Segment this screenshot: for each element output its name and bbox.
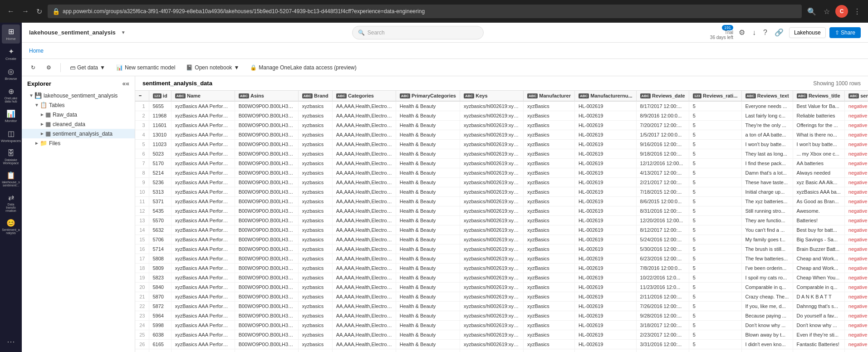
table-cell: The xyz batteries...: [741, 197, 793, 206]
nav-item-home[interactable]: ⊞ Home: [2, 24, 20, 44]
forward-button[interactable]: →: [20, 5, 31, 17]
nav-item-datatransform[interactable]: ⇄ Data transfo rmation: [2, 191, 20, 215]
refresh-button[interactable]: ↻: [27, 63, 39, 73]
col-brand[interactable]: ABC Brand: [298, 91, 332, 101]
share-button[interactable]: ⇧ Share: [829, 27, 861, 38]
table-cell: HL-002619: [574, 159, 636, 168]
tree-cleaned-data[interactable]: ► ▦ cleaned_data: [22, 119, 135, 129]
settings-button[interactable]: ⚙: [43, 63, 55, 73]
col-id[interactable]: 123 id: [149, 91, 171, 101]
table-cell: 1/5/2017 12:00:0...: [636, 130, 689, 140]
table-cell: These have taste...: [741, 178, 793, 187]
tree-raw-data[interactable]: ► ▦ Raw_data: [22, 110, 135, 119]
open-notebook-button[interactable]: 📓 Open notebook ▼: [182, 63, 243, 73]
table-cell: HL-002619: [574, 168, 636, 178]
table-cell: HL-002619: [574, 321, 636, 330]
table-cell: xyzBasics AAA Performanc...: [171, 178, 235, 187]
col-reviews-title[interactable]: ABC Reviews_title: [793, 91, 844, 101]
col-reviews-text[interactable]: ABC Reviews_text: [741, 91, 793, 101]
col-name[interactable]: ABC Name: [171, 91, 235, 101]
get-data-chevron: ▼: [100, 64, 105, 71]
col-asins[interactable]: ABC Asins: [235, 91, 298, 101]
col-reviews-date[interactable]: ABC Reviews_date: [636, 91, 689, 101]
breadcrumb-home[interactable]: Home: [29, 48, 44, 54]
table-cell: Batteries!: [793, 216, 844, 225]
nav-item-datalake[interactable]: 🗄 Datalake Workspace: [2, 147, 20, 167]
col-manufacturernu[interactable]: ABC Manufacturernu...: [574, 91, 636, 101]
table-cell: negative: [844, 178, 868, 187]
table-row: 175808xyzBasics AAA Performanc...B00WO9P…: [135, 254, 868, 264]
nav-item-create[interactable]: ✦ Create: [2, 44, 20, 64]
table-cell: 5: [689, 225, 741, 235]
table-cell: xyzbasics/hl002619:xyzb...: [460, 159, 523, 168]
table-cell: xyzbasics: [298, 340, 332, 349]
col-keys[interactable]: ABC Keys: [460, 91, 523, 101]
col-manufacturer[interactable]: ABC Manufacturer: [523, 91, 574, 101]
tree-sentiment-data[interactable]: ► ▦ sentiment_analysis_data: [22, 129, 135, 138]
table-cell: 8/31/2016 12:00:...: [636, 206, 689, 216]
table-container[interactable]: 123 id ABC Name ABC Asins ABC Brand ABC …: [135, 91, 868, 352]
cell-rownum: 16: [135, 244, 149, 254]
table-cell: Brain Buzzer Batt...: [793, 244, 844, 254]
table-cell: I was skeptical at...: [741, 349, 793, 352]
table-row: 75170xyzBasics AAA Performanc...B00WO9P0…: [135, 159, 868, 168]
table-cell: AA,AAA,Health,Electronics,...: [332, 178, 396, 187]
search-icon[interactable]: 🔍: [805, 6, 818, 17]
collapse-button[interactable]: ««: [122, 80, 129, 87]
search-box[interactable]: 🔍 Search: [352, 26, 484, 39]
cell-rownum: 6: [135, 149, 149, 159]
share-link-icon[interactable]: 🔗: [773, 26, 785, 39]
explorer-header: Explorer ««: [22, 76, 135, 91]
nav-item-onelake[interactable]: ⊕ OneLake data hub: [2, 84, 20, 106]
tree-tables[interactable]: ▼ 📋 Tables: [22, 100, 135, 110]
col-categories[interactable]: ABC Categories: [332, 91, 396, 101]
table-cell: negative: [844, 244, 868, 254]
url-bar[interactable]: 🔒 app.powerbi.com/groups/a325f6ca-3f91-4…: [48, 5, 802, 18]
new-semantic-button[interactable]: 📊 New semantic model: [113, 63, 179, 73]
lock-icon: 🔒: [52, 8, 60, 15]
reload-button[interactable]: ↻: [34, 5, 44, 18]
tree-workspace[interactable]: ▼ 💾 lakehouse_sentiment_analysis: [22, 91, 135, 100]
col-reviews-rating[interactable]: 123 Reviews_rati...: [689, 91, 741, 101]
get-data-button[interactable]: 🗃 Get data ▼: [66, 63, 109, 73]
back-button[interactable]: ←: [5, 5, 16, 17]
lakehouse-button[interactable]: Lakehouse: [789, 27, 826, 38]
settings-icon[interactable]: ⚙: [737, 26, 747, 39]
nav-item-browse[interactable]: ◎ Browse: [2, 64, 20, 83]
table-cell: xyzbasics/hl002619:xyzb...: [460, 206, 523, 216]
table-cell: 5: [689, 121, 741, 130]
nav-item-workspaces[interactable]: ◫ Workspaces: [2, 127, 20, 146]
nav-item-monitor[interactable]: 📊 Monitor: [2, 107, 20, 126]
table-cell: xyzBasics: [523, 159, 574, 168]
table-cell: xyzbasics: [298, 283, 332, 292]
nav-item-lakehouse[interactable]: 📋 lakehouse_s sentiment...: [2, 168, 20, 190]
download-icon[interactable]: ↓: [750, 27, 758, 39]
toolbar: ↻ ⚙ 🗃 Get data ▼ 📊 New semantic model 📓 …: [22, 59, 868, 76]
col-primarycategories[interactable]: ABC PrimaryCategories: [396, 91, 460, 101]
content-area: Explorer «« ▼ 💾 lakehouse_sentiment_anal…: [22, 76, 868, 352]
table-cell: xyzbasics: [298, 130, 332, 140]
table-cell: B00WO9P0O.B00LH3DM...: [235, 168, 298, 178]
table-cell: 5: [689, 101, 741, 111]
table-cell: Everyone needs ...: [741, 101, 793, 111]
workspace-name[interactable]: lakehouse_sentiment_analysis: [29, 29, 116, 36]
table-cell: xyzbasics/hl002619:xyzb...: [460, 311, 523, 321]
star-icon[interactable]: ☆: [822, 6, 832, 17]
col-sentiment[interactable]: ABC sentiment: [844, 91, 868, 101]
nav-item-sentiment[interactable]: 😊 Sentiment_a nalysis: [2, 216, 20, 237]
menu-icon[interactable]: ⋮: [852, 6, 863, 17]
user-avatar[interactable]: C: [835, 5, 848, 18]
table-cell: negative: [844, 340, 868, 349]
table-cell: Still running stro...: [741, 206, 793, 216]
left-nav: ⊞ Home ✦ Create ◎ Browse ⊕ OneLake data …: [0, 23, 22, 352]
tree-files[interactable]: ► 📁 Files: [22, 138, 135, 148]
table-cell: xyzBasics AAA Performanc...: [171, 159, 235, 168]
table-cell: B00WO9P0O.B00LH3DM...: [235, 283, 298, 292]
more-nav-button[interactable]: ⋯: [3, 333, 19, 350]
share-icon: ⇧: [835, 29, 839, 36]
onelake-icon: ⊕: [8, 87, 14, 96]
table-cell: xyzbasics/hl002619:xyzb...: [460, 168, 523, 178]
table-cell: 2/11/2016 12:00:...: [636, 292, 689, 302]
manage-onelake-button[interactable]: 🔒 Manage OneLake data access (preview): [246, 63, 360, 73]
help-icon[interactable]: ?: [761, 27, 769, 39]
